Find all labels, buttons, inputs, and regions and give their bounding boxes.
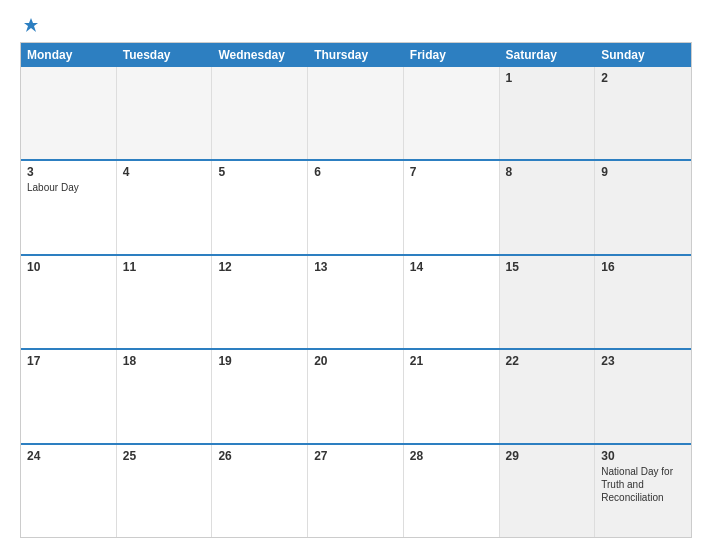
calendar-cell: 7 (404, 161, 500, 253)
day-number: 24 (27, 449, 110, 463)
calendar-cell: 3Labour Day (21, 161, 117, 253)
calendar-cell: 29 (500, 445, 596, 537)
calendar-row-4: 17181920212223 (21, 348, 691, 442)
day-number: 8 (506, 165, 589, 179)
calendar-page: MondayTuesdayWednesdayThursdayFridaySatu… (0, 0, 712, 550)
day-number: 9 (601, 165, 685, 179)
day-number: 10 (27, 260, 110, 274)
day-number: 17 (27, 354, 110, 368)
day-number: 30 (601, 449, 685, 463)
day-number: 3 (27, 165, 110, 179)
weekday-header-sunday: Sunday (595, 43, 691, 67)
day-number: 23 (601, 354, 685, 368)
calendar-header-row: MondayTuesdayWednesdayThursdayFridaySatu… (21, 43, 691, 67)
day-number: 16 (601, 260, 685, 274)
weekday-header-friday: Friday (404, 43, 500, 67)
day-number: 25 (123, 449, 206, 463)
calendar-cell: 12 (212, 256, 308, 348)
calendar-grid: MondayTuesdayWednesdayThursdayFridaySatu… (20, 42, 692, 538)
day-event: National Day for Truth and Reconciliatio… (601, 465, 685, 504)
calendar-cell: 19 (212, 350, 308, 442)
calendar-cell: 27 (308, 445, 404, 537)
calendar-cell: 22 (500, 350, 596, 442)
calendar-cell: 28 (404, 445, 500, 537)
calendar-cell: 15 (500, 256, 596, 348)
calendar-cell: 30National Day for Truth and Reconciliat… (595, 445, 691, 537)
calendar-cell (404, 67, 500, 159)
calendar-cell: 11 (117, 256, 213, 348)
weekday-header-tuesday: Tuesday (117, 43, 213, 67)
day-number: 28 (410, 449, 493, 463)
day-number: 2 (601, 71, 685, 85)
day-number: 13 (314, 260, 397, 274)
calendar-cell: 13 (308, 256, 404, 348)
calendar-cell (117, 67, 213, 159)
calendar-cell: 1 (500, 67, 596, 159)
day-number: 26 (218, 449, 301, 463)
day-number: 20 (314, 354, 397, 368)
calendar-cell: 4 (117, 161, 213, 253)
calendar-body: 123Labour Day456789101112131415161718192… (21, 67, 691, 537)
svg-marker-0 (24, 18, 38, 32)
calendar-cell: 18 (117, 350, 213, 442)
calendar-cell: 24 (21, 445, 117, 537)
calendar-cell: 16 (595, 256, 691, 348)
day-number: 19 (218, 354, 301, 368)
calendar-cell: 25 (117, 445, 213, 537)
day-number: 22 (506, 354, 589, 368)
day-number: 4 (123, 165, 206, 179)
calendar-row-1: 12 (21, 67, 691, 159)
calendar-cell: 6 (308, 161, 404, 253)
calendar-row-2: 3Labour Day456789 (21, 159, 691, 253)
day-event: Labour Day (27, 181, 110, 194)
calendar-cell: 2 (595, 67, 691, 159)
weekday-header-saturday: Saturday (500, 43, 596, 67)
calendar-cell: 17 (21, 350, 117, 442)
weekday-header-monday: Monday (21, 43, 117, 67)
calendar-cell: 23 (595, 350, 691, 442)
logo-flag-icon (22, 16, 40, 34)
calendar-row-5: 24252627282930National Day for Truth and… (21, 443, 691, 537)
day-number: 1 (506, 71, 589, 85)
weekday-header-thursday: Thursday (308, 43, 404, 67)
page-header (20, 16, 692, 34)
day-number: 27 (314, 449, 397, 463)
calendar-cell: 14 (404, 256, 500, 348)
day-number: 12 (218, 260, 301, 274)
day-number: 18 (123, 354, 206, 368)
day-number: 29 (506, 449, 589, 463)
calendar-cell: 26 (212, 445, 308, 537)
calendar-cell: 5 (212, 161, 308, 253)
calendar-cell: 21 (404, 350, 500, 442)
calendar-row-3: 10111213141516 (21, 254, 691, 348)
day-number: 6 (314, 165, 397, 179)
day-number: 11 (123, 260, 206, 274)
weekday-header-wednesday: Wednesday (212, 43, 308, 67)
logo (20, 16, 40, 34)
calendar-cell: 20 (308, 350, 404, 442)
calendar-cell: 10 (21, 256, 117, 348)
day-number: 5 (218, 165, 301, 179)
calendar-cell (212, 67, 308, 159)
calendar-cell: 9 (595, 161, 691, 253)
calendar-cell (21, 67, 117, 159)
day-number: 14 (410, 260, 493, 274)
day-number: 21 (410, 354, 493, 368)
day-number: 7 (410, 165, 493, 179)
calendar-cell (308, 67, 404, 159)
calendar-cell: 8 (500, 161, 596, 253)
day-number: 15 (506, 260, 589, 274)
